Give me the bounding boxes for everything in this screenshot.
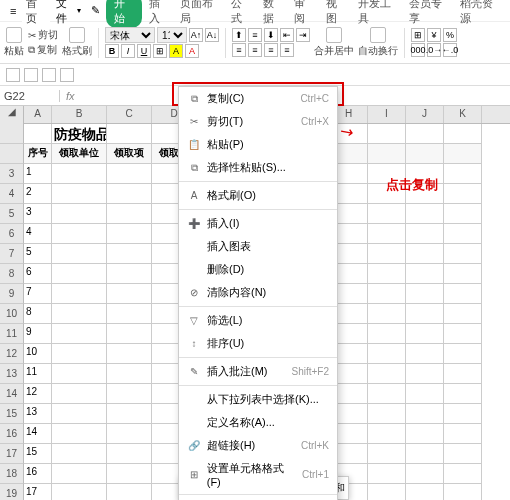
row-header[interactable] bbox=[0, 124, 24, 144]
increase-font-icon[interactable]: A↑ bbox=[189, 28, 203, 42]
context-menu-item[interactable]: ⧉复制(C)Ctrl+C bbox=[179, 87, 337, 110]
tab-insert[interactable]: 插入 bbox=[144, 0, 174, 28]
cell[interactable] bbox=[406, 404, 444, 424]
qt-redo-icon[interactable] bbox=[42, 68, 56, 82]
cell[interactable] bbox=[107, 324, 152, 344]
cell[interactable] bbox=[107, 364, 152, 384]
align-mid-icon[interactable]: ≡ bbox=[248, 28, 262, 42]
context-menu-item[interactable]: 插入图表 bbox=[179, 235, 337, 258]
currency-icon[interactable]: ¥ bbox=[427, 28, 441, 42]
cell[interactable] bbox=[52, 324, 107, 344]
cell[interactable] bbox=[444, 144, 482, 164]
align-center-icon[interactable]: ≡ bbox=[248, 43, 262, 57]
font-name-select[interactable]: 宋体 bbox=[105, 27, 155, 43]
row-header[interactable]: 11 bbox=[0, 324, 24, 344]
cell[interactable] bbox=[368, 224, 406, 244]
cell[interactable] bbox=[406, 124, 444, 144]
tab-start[interactable]: 开始 bbox=[106, 0, 142, 28]
cell[interactable] bbox=[368, 364, 406, 384]
cell[interactable]: 序号 bbox=[24, 144, 52, 164]
underline-icon[interactable]: U bbox=[137, 44, 151, 58]
cell[interactable] bbox=[406, 364, 444, 384]
dec-inc-icon[interactable]: .0→ bbox=[427, 43, 441, 57]
cell[interactable] bbox=[24, 124, 52, 144]
cell[interactable] bbox=[52, 404, 107, 424]
cell[interactable] bbox=[444, 224, 482, 244]
cell[interactable] bbox=[444, 404, 482, 424]
cell[interactable] bbox=[52, 364, 107, 384]
row-header[interactable]: 7 bbox=[0, 244, 24, 264]
decrease-font-icon[interactable]: A↓ bbox=[205, 28, 219, 42]
context-menu-item[interactable]: 从下拉列表中选择(K)... bbox=[179, 388, 337, 411]
cell[interactable] bbox=[368, 204, 406, 224]
cell[interactable] bbox=[107, 124, 152, 144]
cell[interactable] bbox=[406, 304, 444, 324]
cell[interactable] bbox=[406, 424, 444, 444]
cell[interactable] bbox=[52, 204, 107, 224]
cell[interactable] bbox=[368, 464, 406, 484]
cell[interactable] bbox=[444, 424, 482, 444]
cell[interactable]: 2 bbox=[24, 184, 52, 204]
percent-icon[interactable]: % bbox=[443, 28, 457, 42]
tab-view[interactable]: 视图 bbox=[321, 0, 351, 28]
tab-res[interactable]: 稻壳资源 bbox=[455, 0, 504, 28]
qt-undo-icon[interactable] bbox=[24, 68, 38, 82]
cell[interactable] bbox=[107, 464, 152, 484]
context-menu-item[interactable]: A格式刷(O) bbox=[179, 184, 337, 207]
select-all-corner[interactable]: ◢ bbox=[0, 106, 24, 124]
cell[interactable] bbox=[444, 464, 482, 484]
italic-icon[interactable]: I bbox=[121, 44, 135, 58]
col-header[interactable]: I bbox=[368, 106, 406, 123]
cell[interactable] bbox=[52, 464, 107, 484]
app-menu-icon[interactable]: ≡ bbox=[6, 4, 20, 18]
tab-file[interactable]: 文件▾ bbox=[52, 0, 85, 27]
comma-icon[interactable]: 000 bbox=[411, 43, 425, 57]
cell[interactable]: 领取项 bbox=[107, 144, 152, 164]
cell[interactable]: 16 bbox=[24, 464, 52, 484]
context-menu-item[interactable]: 定义名称(A)... bbox=[179, 411, 337, 434]
cell[interactable] bbox=[444, 124, 482, 144]
cell[interactable] bbox=[107, 184, 152, 204]
cell[interactable] bbox=[52, 244, 107, 264]
cell[interactable] bbox=[444, 204, 482, 224]
cell[interactable] bbox=[368, 284, 406, 304]
row-header[interactable]: 16 bbox=[0, 424, 24, 444]
cell[interactable]: 8 bbox=[24, 304, 52, 324]
cell[interactable] bbox=[368, 264, 406, 284]
cell[interactable]: 4 bbox=[24, 224, 52, 244]
context-menu-item[interactable]: ↕排序(U) bbox=[179, 332, 337, 355]
align-left-icon[interactable]: ≡ bbox=[232, 43, 246, 57]
cell[interactable]: 12 bbox=[24, 384, 52, 404]
cell[interactable] bbox=[107, 284, 152, 304]
cell[interactable] bbox=[52, 264, 107, 284]
cell[interactable] bbox=[52, 444, 107, 464]
cell[interactable] bbox=[107, 484, 152, 500]
indent-dec-icon[interactable]: ⇤ bbox=[280, 28, 294, 42]
cell[interactable] bbox=[406, 244, 444, 264]
cell[interactable] bbox=[107, 164, 152, 184]
col-header[interactable]: B bbox=[52, 106, 107, 123]
context-menu-item[interactable]: ▽筛选(L) bbox=[179, 309, 337, 332]
paste-button[interactable]: 粘贴 bbox=[4, 27, 24, 58]
cell[interactable] bbox=[406, 464, 444, 484]
font-color-icon[interactable]: A bbox=[185, 44, 199, 58]
cell[interactable] bbox=[444, 324, 482, 344]
cell[interactable] bbox=[406, 144, 444, 164]
row-header[interactable]: 13 bbox=[0, 364, 24, 384]
cell[interactable]: 13 bbox=[24, 404, 52, 424]
cell[interactable]: 7 bbox=[24, 284, 52, 304]
qt-save-icon[interactable] bbox=[6, 68, 20, 82]
border-icon[interactable]: ⊞ bbox=[153, 44, 167, 58]
cell[interactable] bbox=[368, 344, 406, 364]
tab-dev[interactable]: 开发工具 bbox=[353, 0, 402, 28]
copy-button[interactable]: ⧉复制 bbox=[28, 43, 58, 57]
cell[interactable] bbox=[52, 284, 107, 304]
tab-data[interactable]: 数据 bbox=[258, 0, 288, 28]
row-header[interactable]: 9 bbox=[0, 284, 24, 304]
cell[interactable] bbox=[444, 244, 482, 264]
tab-layout[interactable]: 页面布局 bbox=[175, 0, 224, 28]
cell[interactable] bbox=[52, 184, 107, 204]
cell[interactable]: 防疫物品 bbox=[52, 124, 107, 144]
cell[interactable] bbox=[368, 424, 406, 444]
cell[interactable] bbox=[444, 304, 482, 324]
